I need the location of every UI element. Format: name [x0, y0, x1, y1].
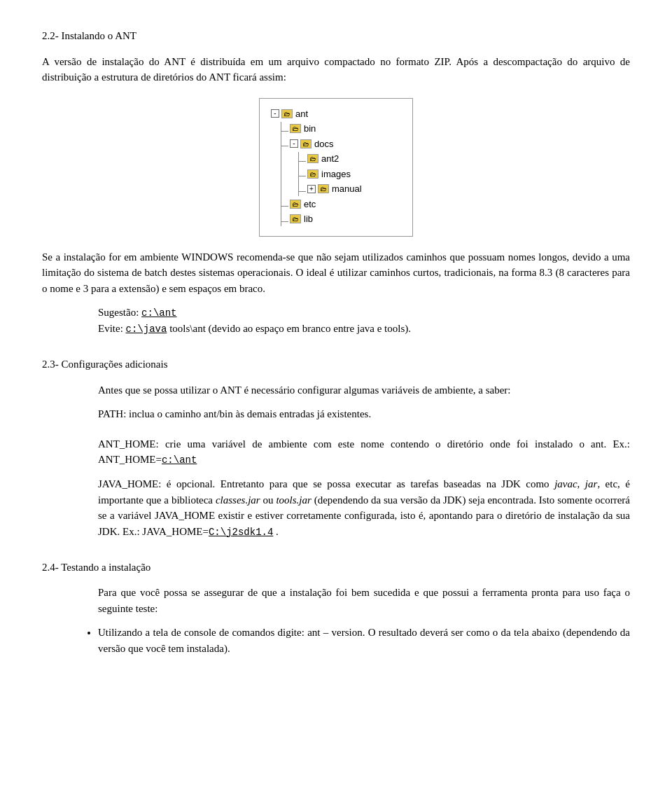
folder-label-etc: etc — [304, 197, 316, 211]
expand-icon-docs: - — [290, 139, 298, 148]
folder-icon-lib: 🗁 — [290, 214, 301, 223]
ant-home-paragraph: ANT_HOME: crie uma variável de ambiente … — [98, 436, 630, 468]
testing-intro: Para que você possa se assegurar de que … — [98, 585, 630, 616]
folder-label-docs: docs — [314, 137, 333, 151]
section-title-22: 2.2- Instalando o ANT — [42, 28, 630, 44]
bullet-list-container: Utilizando a tela de console de comandos… — [42, 625, 630, 656]
folder-icon-docs: 🗁 — [300, 139, 312, 148]
folder-icon-etc: 🗁 — [290, 200, 301, 209]
javac-text: javac — [554, 478, 577, 489]
folder-label-lib: lib — [304, 212, 313, 226]
section-title-23: 2.3- Configurações adicionais — [42, 356, 630, 373]
suggestion-line: Sugestão: c:\ant Evite: c:\java tools\an… — [98, 305, 630, 337]
config-intro: Antes que se possa utilizar o ANT é nece… — [98, 382, 630, 398]
folder-label-ant2: ant2 — [321, 152, 339, 166]
folder-icon-images: 🗁 — [307, 169, 318, 179]
folder-label-images: images — [321, 167, 351, 181]
folder-icon-ant: 🗁 — [281, 109, 293, 118]
windows-paragraph: Se a instalação for em ambiente WINDOWS … — [42, 249, 630, 297]
java-home-code: C:\j2sdk1.4 — [209, 527, 273, 538]
path-paragraph: PATH: inclua o caminho ant/bin às demais… — [98, 406, 630, 422]
bullet-item-1: Utilizando a tela de console de comandos… — [98, 625, 630, 656]
avoid-rest-text: tools\ant (devido ao espaço em branco en… — [167, 323, 411, 334]
classes-jar-text: classes.jar — [216, 494, 260, 506]
intro-paragraph: A versão de instalação do ANT é distribu… — [42, 54, 630, 85]
expand-icon-ant: - — [271, 109, 279, 118]
java-home-paragraph: JAVA_HOME: é opcional. Entretanto para q… — [98, 476, 630, 540]
folder-label-bin: bin — [304, 122, 316, 136]
ant-home-code: c:\ant — [162, 454, 197, 466]
folder-label-ant: ant — [295, 107, 308, 121]
section-title-24: 2.4- Testando a instalação — [42, 560, 630, 576]
folder-label-manual: manual — [332, 182, 362, 196]
folder-icon-manual: 🗁 — [318, 184, 329, 193]
expand-icon-manual: + — [307, 185, 316, 193]
jar-text: jar — [585, 478, 598, 489]
suggestion-path: c:\ant — [141, 307, 176, 319]
folder-icon-ant2: 🗁 — [307, 154, 318, 163]
folder-icon-bin: 🗁 — [290, 124, 301, 133]
tools-jar-text: tools.jar — [276, 494, 311, 506]
avoid-path: c:\java — [126, 324, 167, 335]
folder-tree-diagram: - 🗁 ant 🗁 bin - 🗁 docs 🗁 — [259, 98, 413, 237]
